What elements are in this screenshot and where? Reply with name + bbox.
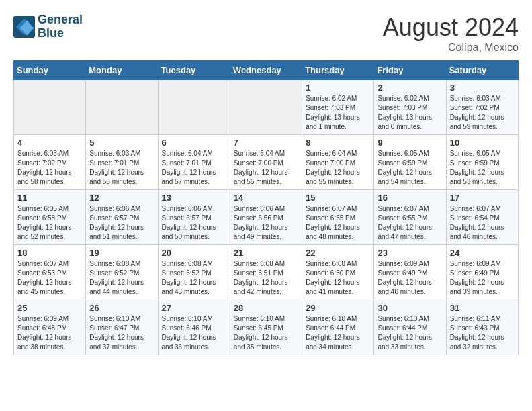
- calendar-cell: 20Sunrise: 6:08 AM Sunset: 6:52 PM Dayli…: [158, 245, 230, 300]
- calendar-cell: 16Sunrise: 6:07 AM Sunset: 6:55 PM Dayli…: [374, 190, 446, 245]
- day-number: 5: [89, 138, 154, 148]
- day-number: 9: [378, 138, 442, 148]
- day-number: 22: [306, 248, 370, 258]
- day-info: Sunrise: 6:03 AM Sunset: 7:01 PM Dayligh…: [89, 149, 154, 187]
- calendar-cell: 3Sunrise: 6:03 AM Sunset: 7:02 PM Daylig…: [446, 80, 518, 135]
- calendar-week-row: 1Sunrise: 6:02 AM Sunset: 7:03 PM Daylig…: [14, 80, 519, 135]
- calendar-week-row: 11Sunrise: 6:05 AM Sunset: 6:58 PM Dayli…: [14, 190, 519, 245]
- day-info: Sunrise: 6:09 AM Sunset: 6:48 PM Dayligh…: [17, 314, 82, 352]
- day-number: 31: [450, 303, 515, 313]
- day-info: Sunrise: 6:09 AM Sunset: 6:49 PM Dayligh…: [450, 259, 515, 297]
- day-info: Sunrise: 6:06 AM Sunset: 6:56 PM Dayligh…: [234, 204, 298, 242]
- day-number: 8: [306, 138, 370, 148]
- calendar-cell: 29Sunrise: 6:10 AM Sunset: 6:44 PM Dayli…: [302, 300, 374, 355]
- calendar-cell: 28Sunrise: 6:10 AM Sunset: 6:45 PM Dayli…: [230, 300, 302, 355]
- day-info: Sunrise: 6:02 AM Sunset: 7:03 PM Dayligh…: [306, 94, 370, 132]
- calendar-cell: 24Sunrise: 6:09 AM Sunset: 6:49 PM Dayli…: [446, 245, 518, 300]
- day-number: 12: [89, 193, 154, 203]
- calendar-cell: 26Sunrise: 6:10 AM Sunset: 6:47 PM Dayli…: [86, 300, 158, 355]
- calendar-cell: 14Sunrise: 6:06 AM Sunset: 6:56 PM Dayli…: [230, 190, 302, 245]
- day-info: Sunrise: 6:03 AM Sunset: 7:02 PM Dayligh…: [17, 149, 82, 187]
- calendar-cell: 4Sunrise: 6:03 AM Sunset: 7:02 PM Daylig…: [14, 135, 86, 190]
- calendar-table: SundayMondayTuesdayWednesdayThursdayFrid…: [13, 60, 519, 355]
- day-info: Sunrise: 6:07 AM Sunset: 6:55 PM Dayligh…: [378, 204, 442, 242]
- calendar-cell: 22Sunrise: 6:08 AM Sunset: 6:50 PM Dayli…: [302, 245, 374, 300]
- day-info: Sunrise: 6:08 AM Sunset: 6:52 PM Dayligh…: [89, 259, 154, 297]
- day-info: Sunrise: 6:10 AM Sunset: 6:44 PM Dayligh…: [378, 314, 442, 352]
- calendar-cell: 23Sunrise: 6:09 AM Sunset: 6:49 PM Dayli…: [374, 245, 446, 300]
- calendar-cell: 10Sunrise: 6:05 AM Sunset: 6:59 PM Dayli…: [446, 135, 518, 190]
- calendar-cell: 2Sunrise: 6:02 AM Sunset: 7:03 PM Daylig…: [374, 80, 446, 135]
- calendar-header-row: SundayMondayTuesdayWednesdayThursdayFrid…: [14, 61, 519, 80]
- day-info: Sunrise: 6:05 AM Sunset: 6:59 PM Dayligh…: [378, 149, 442, 187]
- day-number: 2: [378, 83, 442, 93]
- calendar-cell: 12Sunrise: 6:06 AM Sunset: 6:57 PM Dayli…: [86, 190, 158, 245]
- calendar-week-row: 4Sunrise: 6:03 AM Sunset: 7:02 PM Daylig…: [14, 135, 519, 190]
- day-number: 21: [234, 248, 298, 258]
- page-header: General Blue August 2024 Colipa, Mexico: [13, 13, 519, 54]
- logo: General Blue: [13, 13, 83, 40]
- day-info: Sunrise: 6:10 AM Sunset: 6:46 PM Dayligh…: [162, 314, 226, 352]
- calendar-cell: [14, 80, 86, 135]
- day-number: 27: [162, 303, 226, 313]
- calendar-cell: 11Sunrise: 6:05 AM Sunset: 6:58 PM Dayli…: [14, 190, 86, 245]
- day-header-monday: Monday: [86, 61, 158, 80]
- day-header-thursday: Thursday: [302, 61, 374, 80]
- day-number: 7: [234, 138, 298, 148]
- day-number: 30: [378, 303, 442, 313]
- calendar-cell: 9Sunrise: 6:05 AM Sunset: 6:59 PM Daylig…: [374, 135, 446, 190]
- day-info: Sunrise: 6:05 AM Sunset: 6:58 PM Dayligh…: [17, 204, 82, 242]
- day-number: 25: [17, 303, 82, 313]
- day-info: Sunrise: 6:06 AM Sunset: 6:57 PM Dayligh…: [89, 204, 154, 242]
- day-header-wednesday: Wednesday: [230, 61, 302, 80]
- day-info: Sunrise: 6:07 AM Sunset: 6:55 PM Dayligh…: [306, 204, 370, 242]
- title-block: August 2024 Colipa, Mexico: [383, 13, 519, 54]
- day-info: Sunrise: 6:11 AM Sunset: 6:43 PM Dayligh…: [450, 314, 515, 352]
- day-info: Sunrise: 6:08 AM Sunset: 6:52 PM Dayligh…: [162, 259, 226, 297]
- day-header-sunday: Sunday: [14, 61, 86, 80]
- day-number: 20: [162, 248, 226, 258]
- calendar-week-row: 25Sunrise: 6:09 AM Sunset: 6:48 PM Dayli…: [14, 300, 519, 355]
- day-number: 26: [89, 303, 154, 313]
- calendar-cell: 8Sunrise: 6:04 AM Sunset: 7:00 PM Daylig…: [302, 135, 374, 190]
- day-info: Sunrise: 6:02 AM Sunset: 7:03 PM Dayligh…: [378, 94, 442, 132]
- day-number: 24: [450, 248, 515, 258]
- day-number: 19: [89, 248, 154, 258]
- day-header-friday: Friday: [374, 61, 446, 80]
- day-number: 13: [162, 193, 226, 203]
- calendar-cell: 19Sunrise: 6:08 AM Sunset: 6:52 PM Dayli…: [86, 245, 158, 300]
- calendar-cell: [158, 80, 230, 135]
- calendar-cell: 7Sunrise: 6:04 AM Sunset: 7:00 PM Daylig…: [230, 135, 302, 190]
- calendar-cell: 17Sunrise: 6:07 AM Sunset: 6:54 PM Dayli…: [446, 190, 518, 245]
- location-subtitle: Colipa, Mexico: [383, 42, 519, 54]
- day-number: 14: [234, 193, 298, 203]
- calendar-week-row: 18Sunrise: 6:07 AM Sunset: 6:53 PM Dayli…: [14, 245, 519, 300]
- day-info: Sunrise: 6:10 AM Sunset: 6:45 PM Dayligh…: [234, 314, 298, 352]
- day-number: 28: [234, 303, 298, 313]
- calendar-cell: 6Sunrise: 6:04 AM Sunset: 7:01 PM Daylig…: [158, 135, 230, 190]
- day-number: 10: [450, 138, 515, 148]
- calendar-cell: 31Sunrise: 6:11 AM Sunset: 6:43 PM Dayli…: [446, 300, 518, 355]
- day-header-tuesday: Tuesday: [158, 61, 230, 80]
- day-header-saturday: Saturday: [446, 61, 518, 80]
- day-info: Sunrise: 6:04 AM Sunset: 7:00 PM Dayligh…: [306, 149, 370, 187]
- calendar-cell: [86, 80, 158, 135]
- day-info: Sunrise: 6:09 AM Sunset: 6:49 PM Dayligh…: [378, 259, 442, 297]
- day-number: 1: [306, 83, 370, 93]
- calendar-cell: 30Sunrise: 6:10 AM Sunset: 6:44 PM Dayli…: [374, 300, 446, 355]
- day-info: Sunrise: 6:08 AM Sunset: 6:50 PM Dayligh…: [306, 259, 370, 297]
- day-info: Sunrise: 6:08 AM Sunset: 6:51 PM Dayligh…: [234, 259, 298, 297]
- day-info: Sunrise: 6:07 AM Sunset: 6:53 PM Dayligh…: [17, 259, 82, 297]
- day-number: 18: [17, 248, 82, 258]
- calendar-cell: 13Sunrise: 6:06 AM Sunset: 6:57 PM Dayli…: [158, 190, 230, 245]
- calendar-cell: 18Sunrise: 6:07 AM Sunset: 6:53 PM Dayli…: [14, 245, 86, 300]
- day-info: Sunrise: 6:06 AM Sunset: 6:57 PM Dayligh…: [162, 204, 226, 242]
- calendar-cell: [230, 80, 302, 135]
- day-info: Sunrise: 6:03 AM Sunset: 7:02 PM Dayligh…: [450, 94, 515, 132]
- calendar-cell: 25Sunrise: 6:09 AM Sunset: 6:48 PM Dayli…: [14, 300, 86, 355]
- logo-icon: [13, 16, 35, 38]
- day-number: 4: [17, 138, 82, 148]
- day-info: Sunrise: 6:10 AM Sunset: 6:44 PM Dayligh…: [306, 314, 370, 352]
- day-info: Sunrise: 6:07 AM Sunset: 6:54 PM Dayligh…: [450, 204, 515, 242]
- calendar-cell: 15Sunrise: 6:07 AM Sunset: 6:55 PM Dayli…: [302, 190, 374, 245]
